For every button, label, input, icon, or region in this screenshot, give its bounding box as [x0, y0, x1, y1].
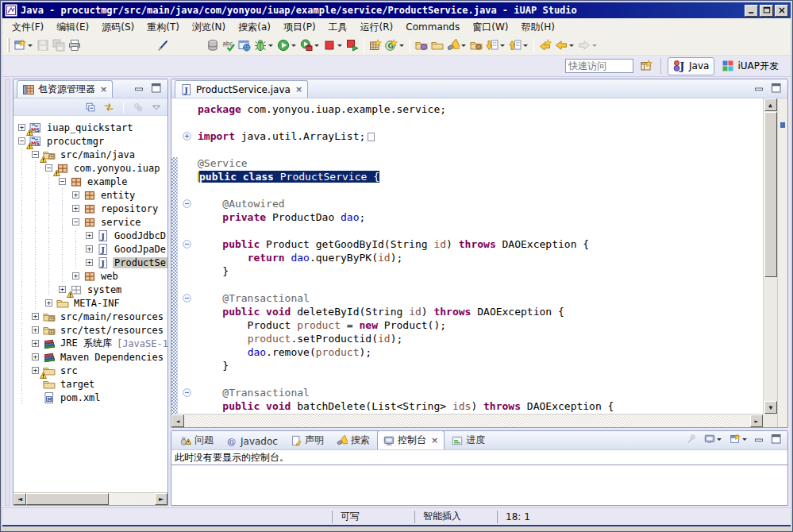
maximize-button[interactable] [760, 5, 773, 17]
tree-item[interactable]: +Maven Dependencies [15, 350, 167, 364]
new-java-project-button[interactable] [368, 37, 383, 54]
code-line[interactable]: Product product = new Product(); [171, 318, 763, 332]
code-line[interactable]: @Autowired [171, 197, 763, 210]
dropdown-arrow-icon[interactable] [461, 44, 466, 47]
code-line[interactable]: public Product getGoodById(String id) th… [171, 237, 763, 251]
dropdown-arrow-icon[interactable] [314, 44, 319, 47]
menu-item[interactable]: 搜索(a) [232, 19, 277, 36]
code-line[interactable] [171, 183, 763, 197]
expander-icon[interactable]: + [29, 310, 42, 323]
run-button[interactable] [275, 37, 298, 54]
scroll-down-icon[interactable]: ▼ [764, 401, 777, 414]
menu-item[interactable]: 项目(P) [277, 19, 322, 36]
code-line[interactable]: package com.yonyou.iuap.example.service; [171, 102, 763, 116]
expander-icon[interactable]: − [69, 215, 83, 229]
code-line[interactable]: dao.remove(product); [171, 345, 763, 359]
open-type-button[interactable] [414, 37, 429, 54]
open-folder-button[interactable] [429, 37, 445, 54]
scroll-right-icon[interactable]: ► [155, 493, 167, 505]
stop-button[interactable] [321, 37, 345, 54]
menu-item[interactable]: Commands [399, 20, 466, 34]
open-resource-button[interactable] [468, 37, 484, 54]
tree-item[interactable]: −SMprocuctmgr [15, 134, 167, 148]
left-trim-bar[interactable] [5, 79, 10, 506]
code-line[interactable]: } [171, 359, 763, 372]
tab-声明[interactable]: 声明 [285, 431, 329, 449]
last-edit-button[interactable] [537, 37, 553, 54]
scroll-left-icon[interactable]: ◄ [171, 414, 184, 427]
tree-item[interactable]: +SMiuap_quickstart [15, 121, 167, 134]
tree-item[interactable]: Mpom.xml [15, 391, 167, 404]
maximize-view-button[interactable] [770, 82, 783, 94]
dropdown-arrow-icon[interactable] [268, 44, 273, 47]
scrollbar-thumb[interactable] [26, 493, 109, 505]
scroll-right-icon[interactable]: ► [750, 414, 763, 427]
editor-hscrollbar[interactable]: ◄ ► [171, 414, 763, 427]
tab-搜索[interactable]: 搜索 [331, 431, 375, 449]
code-line[interactable] [171, 278, 763, 291]
menu-item[interactable]: 浏览(N) [186, 19, 232, 36]
tab-进度[interactable]: 进度 [446, 431, 491, 449]
dropdown-arrow-icon[interactable] [291, 44, 296, 47]
open-console-button[interactable] [728, 432, 749, 446]
menu-item[interactable]: 编辑(E) [50, 19, 95, 36]
tree-item[interactable]: +src/test/resources [15, 323, 167, 337]
expander-icon[interactable]: + [42, 296, 56, 310]
fold-minus-icon[interactable] [179, 293, 198, 303]
minimize-view-button[interactable] [753, 433, 766, 445]
database-button[interactable] [205, 37, 221, 54]
code-line[interactable] [171, 116, 763, 129]
tree-item[interactable]: +entity [15, 188, 167, 202]
annotation-marker[interactable] [780, 122, 785, 128]
menu-item[interactable]: 工具 [322, 19, 354, 36]
code-line[interactable]: return dao.queryByPK(id); [171, 251, 763, 264]
debug-button[interactable] [252, 37, 275, 54]
tree-item[interactable]: +web [15, 269, 167, 283]
fold-minus-icon[interactable] [179, 387, 198, 398]
code-line[interactable]: } [171, 264, 763, 278]
prev-annotation-button[interactable] [507, 37, 530, 54]
minimize-button[interactable] [745, 5, 758, 17]
tree-item[interactable]: +META-INF [15, 296, 167, 310]
code-line[interactable]: private ProductDao dao; [171, 210, 763, 224]
code-line[interactable]: public class ProductService { [171, 170, 763, 183]
expander-icon[interactable]: + [83, 242, 96, 256]
explorer-hscrollbar[interactable]: ◄ ► [13, 492, 167, 505]
maximize-view-button[interactable] [150, 82, 163, 94]
expander-icon[interactable]: − [56, 175, 69, 188]
menu-item[interactable]: 运行(R) [354, 19, 400, 36]
tree-item[interactable]: +src [15, 364, 167, 377]
dropdown-arrow-icon[interactable] [337, 44, 342, 47]
menu-item[interactable]: 帮助(H) [514, 19, 560, 36]
search-torch-button[interactable] [445, 37, 468, 54]
tree-item[interactable]: target [15, 377, 167, 391]
collapse-all-button[interactable] [83, 100, 98, 114]
tree-item[interactable]: +repository [15, 202, 167, 215]
maximize-view-button[interactable] [770, 433, 783, 445]
dropdown-arrow-icon[interactable] [500, 44, 505, 47]
mark-occurrences-button[interactable] [156, 37, 171, 54]
expander-icon[interactable]: + [69, 188, 83, 202]
minimize-view-button[interactable] [753, 82, 766, 94]
tree-item[interactable]: +JGoodJdbcD [15, 229, 167, 242]
fold-minus-icon[interactable] [179, 199, 198, 209]
scroll-left-icon[interactable]: ◄ [13, 493, 26, 505]
code-editor[interactable]: package com.yonyou.iuap.example.service;… [171, 98, 787, 427]
view-menu-button[interactable] [149, 100, 164, 114]
editor-vscrollbar[interactable]: ▲ ▼ [763, 98, 777, 414]
dropdown-arrow-icon[interactable] [717, 438, 722, 441]
expander-icon[interactable]: + [69, 269, 83, 283]
expander-icon[interactable]: + [83, 256, 96, 269]
close-button[interactable] [775, 5, 788, 17]
tree-item[interactable]: +system [15, 283, 167, 296]
tree-item[interactable]: +src/main/resources [15, 310, 167, 323]
display-console-button[interactable] [703, 432, 724, 446]
code-line[interactable]: public void batchDelete(List<String> ids… [171, 399, 763, 413]
tree-item[interactable]: +JRE 系统库[JavaSE-1.7 [15, 337, 167, 350]
open-perspective-button[interactable] [638, 57, 654, 75]
tab-Javadoc[interactable]: @Javadoc [221, 434, 283, 449]
tab-productservice-java[interactable]: J ProductService.java × [175, 80, 308, 98]
new-class-button[interactable]: G [383, 37, 406, 54]
expander-icon[interactable]: + [69, 202, 83, 215]
dropdown-arrow-icon[interactable] [28, 44, 33, 47]
